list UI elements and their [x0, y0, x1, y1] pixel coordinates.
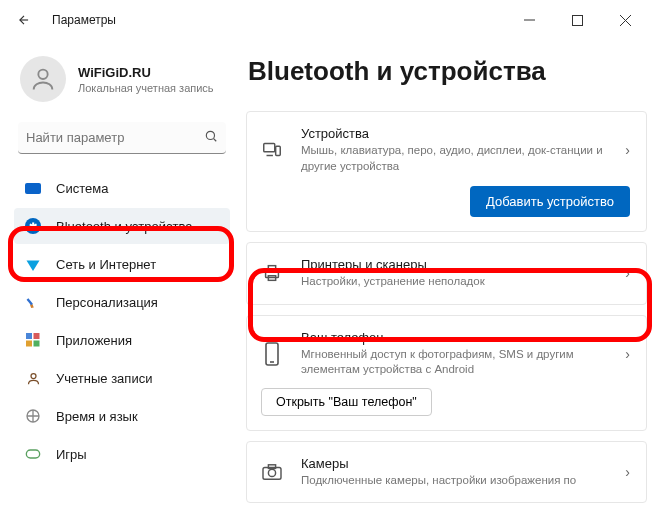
svg-rect-7 [26, 333, 32, 339]
sidebar-item-label: Сеть и Интернет [56, 257, 156, 272]
sidebar-item-label: Bluetooth и устройства [56, 219, 192, 234]
clock-globe-icon [24, 407, 42, 425]
phone-icon [261, 343, 283, 365]
sidebar-item-label: Игры [56, 447, 87, 462]
svg-rect-23 [268, 465, 275, 469]
sidebar: WiFiGiD.RU Локальная учетная запись Сист… [0, 40, 240, 523]
sidebar-item-label: Учетные записи [56, 371, 152, 386]
card-title: Ваш телефон [301, 330, 607, 345]
avatar [20, 56, 66, 102]
gaming-icon [24, 445, 42, 463]
svg-rect-15 [276, 146, 281, 155]
card-title: Принтеры и сканеры [301, 257, 607, 272]
accounts-icon [24, 369, 42, 387]
close-button[interactable] [603, 4, 647, 36]
sidebar-item-label: Система [56, 181, 108, 196]
chevron-right-icon: › [625, 142, 630, 158]
sidebar-item-gaming[interactable]: Игры [14, 436, 230, 472]
svg-rect-10 [33, 340, 39, 346]
svg-point-22 [268, 469, 275, 476]
search-box[interactable] [18, 122, 226, 154]
apps-icon [24, 331, 42, 349]
window-title: Параметры [52, 13, 116, 27]
chevron-right-icon: › [625, 346, 630, 362]
brush-icon [24, 293, 42, 311]
svg-rect-8 [33, 333, 39, 339]
svg-rect-6 [27, 298, 33, 305]
printer-icon [261, 262, 283, 284]
card-subtitle: Мгновенный доступ к фотографиям, SMS и д… [301, 347, 607, 378]
svg-point-11 [31, 373, 36, 378]
svg-rect-9 [26, 340, 32, 346]
card-devices[interactable]: Устройства Мышь, клавиатура, перо, аудио… [246, 111, 647, 232]
wifi-icon [24, 255, 42, 273]
svg-point-5 [206, 131, 214, 139]
card-cameras[interactable]: Камеры Подключенные камеры, настройки из… [246, 441, 647, 504]
chevron-right-icon: › [625, 464, 630, 480]
search-icon [204, 129, 218, 146]
chevron-right-icon: › [625, 265, 630, 281]
svg-rect-1 [572, 15, 582, 25]
sidebar-item-system[interactable]: Система [14, 170, 230, 206]
user-block[interactable]: WiFiGiD.RU Локальная учетная запись [14, 40, 230, 122]
back-button[interactable] [8, 4, 40, 36]
user-subtitle: Локальная учетная запись [78, 82, 214, 94]
search-input[interactable] [26, 130, 204, 145]
sidebar-item-bluetooth[interactable]: ✱ Bluetooth и устройства [14, 208, 230, 244]
svg-rect-14 [264, 144, 275, 152]
sidebar-item-time-language[interactable]: Время и язык [14, 398, 230, 434]
add-device-button[interactable]: Добавить устройство [470, 186, 630, 217]
open-phone-button[interactable]: Открыть "Ваш телефон" [261, 388, 432, 416]
sidebar-item-accounts[interactable]: Учетные записи [14, 360, 230, 396]
card-title: Устройства [301, 126, 607, 141]
page-title: Bluetooth и устройства [248, 56, 647, 87]
sidebar-item-network[interactable]: Сеть и Интернет [14, 246, 230, 282]
user-name: WiFiGiD.RU [78, 65, 214, 80]
card-subtitle: Подключенные камеры, настройки изображен… [301, 473, 607, 489]
card-printers[interactable]: Принтеры и сканеры Настройки, устранение… [246, 242, 647, 305]
devices-icon [261, 139, 283, 161]
sidebar-item-label: Приложения [56, 333, 132, 348]
sidebar-item-personalization[interactable]: Персонализация [14, 284, 230, 320]
card-subtitle: Мышь, клавиатура, перо, аудио, дисплеи, … [301, 143, 607, 174]
svg-rect-13 [26, 450, 39, 458]
sidebar-item-label: Персонализация [56, 295, 158, 310]
card-subtitle: Настройки, устранение неполадок [301, 274, 607, 290]
sidebar-item-apps[interactable]: Приложения [14, 322, 230, 358]
content-area: Bluetooth и устройства Устройства Мышь, … [240, 40, 655, 523]
titlebar: Параметры [0, 0, 655, 40]
card-phone[interactable]: Ваш телефон Мгновенный доступ к фотограф… [246, 315, 647, 431]
svg-rect-17 [268, 266, 275, 271]
svg-rect-16 [266, 271, 279, 278]
maximize-button[interactable] [555, 4, 599, 36]
sidebar-item-label: Время и язык [56, 409, 138, 424]
card-title: Камеры [301, 456, 607, 471]
bluetooth-icon: ✱ [24, 217, 42, 235]
svg-point-4 [38, 70, 47, 79]
camera-icon [261, 461, 283, 483]
monitor-icon [24, 179, 42, 197]
minimize-button[interactable] [507, 4, 551, 36]
